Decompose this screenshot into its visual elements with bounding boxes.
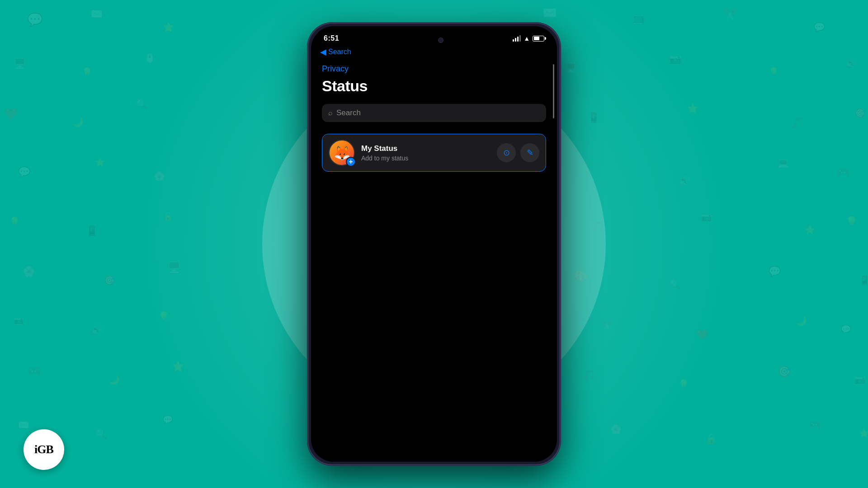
status-subtitle: Add to my status: [361, 155, 491, 162]
phone-button-vol-down: [307, 177, 308, 204]
status-icons: ▲: [513, 35, 544, 42]
signal-bar-3: [517, 37, 519, 42]
status-actions: ⊙ ✎: [497, 143, 539, 162]
phone-button-mute: [307, 114, 308, 132]
igb-logo: iGB: [24, 429, 64, 470]
back-chevron-icon: ◀: [320, 48, 326, 56]
pencil-button[interactable]: ✎: [520, 143, 539, 162]
status-name: My Status: [361, 144, 491, 153]
camera-icon: ⊙: [503, 148, 510, 158]
wifi-icon: ▲: [524, 35, 530, 42]
battery-fill: [534, 37, 540, 40]
avatar-wrap: 🦊 +: [329, 140, 355, 166]
search-bar[interactable]: ⌕ Search: [322, 104, 546, 122]
page-title: Status: [322, 77, 546, 95]
phone-screen: 6:51 ▲ ◀ Search: [311, 26, 557, 462]
status-text: My Status Add to my status: [361, 144, 491, 162]
search-icon: ⌕: [328, 109, 333, 117]
signal-bar-2: [515, 38, 516, 42]
phone-button-vol-up: [307, 141, 308, 168]
back-button[interactable]: ◀ Search: [320, 48, 351, 56]
my-status-item[interactable]: 🦊 + My Status Add to my status ⊙ ✎: [322, 134, 546, 172]
pencil-icon: ✎: [527, 148, 533, 158]
dynamic-island: [407, 33, 461, 48]
front-camera: [438, 38, 443, 43]
back-button-label: Search: [328, 48, 351, 56]
phone-button-right2: [560, 159, 561, 186]
signal-bar-1: [513, 39, 514, 42]
search-placeholder: Search: [336, 108, 361, 117]
clock: 6:51: [324, 34, 339, 42]
scrollbar[interactable]: [552, 64, 554, 462]
add-status-badge[interactable]: +: [346, 157, 356, 167]
phone-button-power: [560, 114, 561, 150]
signal-icon: [513, 35, 521, 42]
signal-bar-4: [519, 35, 521, 42]
battery-icon: [533, 36, 544, 42]
camera-button[interactable]: ⊙: [497, 143, 516, 162]
screen-content: Privacy Status ⌕ Search 🦊 + My: [311, 60, 557, 462]
phone-frame: 6:51 ▲ ◀ Search: [307, 23, 561, 465]
scroll-indicator: [553, 64, 554, 118]
privacy-link[interactable]: Privacy: [322, 64, 546, 74]
nav-bar: ◀ Search: [311, 46, 557, 60]
